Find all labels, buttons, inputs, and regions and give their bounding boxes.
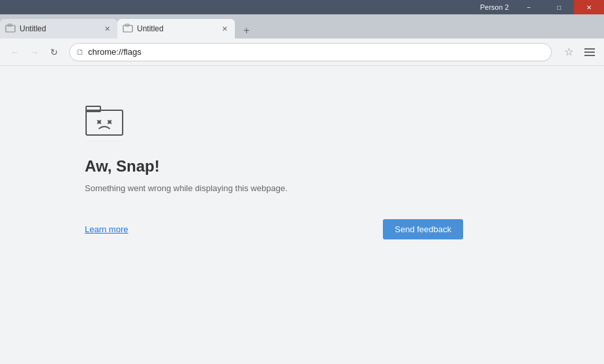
error-container: Aw, Snap! Something went wrong while dis…: [85, 105, 463, 239]
menu-button[interactable]: [581, 43, 599, 61]
tab-favicon-1: [5, 23, 16, 34]
address-input[interactable]: [88, 47, 545, 57]
svg-rect-4: [86, 110, 123, 135]
tab-1[interactable]: Untitled ✕: [0, 19, 117, 38]
navbar: ← → ↻ 🗋 ☆: [0, 38, 604, 66]
forward-button[interactable]: →: [25, 43, 44, 61]
sad-tab-icon: [85, 105, 124, 136]
tabbar: Untitled ✕ Untitled ✕ +: [0, 14, 604, 38]
error-description: Something went wrong while displaying th…: [85, 183, 463, 193]
bookmark-button[interactable]: ☆: [560, 43, 578, 61]
hamburger-icon: [582, 46, 597, 59]
learn-more-link[interactable]: Learn more: [85, 224, 128, 234]
maximize-button[interactable]: □: [544, 0, 574, 14]
close-button[interactable]: ✕: [574, 0, 604, 14]
tab-close-2[interactable]: ✕: [219, 23, 230, 34]
address-bar-container: 🗋: [69, 43, 552, 61]
titlebar: Person 2 − □ ✕: [0, 0, 604, 14]
tab-close-1[interactable]: ✕: [102, 23, 112, 34]
titlebar-controls: − □ ✕: [514, 0, 604, 14]
error-actions: Learn more Send feedback: [85, 219, 463, 239]
page-icon: 🗋: [76, 48, 84, 57]
page-content: Aw, Snap! Something went wrong while dis…: [0, 66, 604, 364]
back-button[interactable]: ←: [6, 43, 24, 61]
new-tab-button[interactable]: +: [237, 23, 256, 38]
tab-title-2: Untitled: [137, 24, 217, 33]
tab-2[interactable]: Untitled ✕: [117, 19, 235, 38]
tab-favicon-2: [123, 23, 133, 34]
titlebar-user: Person 2: [475, 0, 514, 14]
reload-button[interactable]: ↻: [45, 43, 63, 61]
send-feedback-button[interactable]: Send feedback: [383, 219, 463, 239]
tab-title-1: Untitled: [20, 24, 99, 33]
minimize-button[interactable]: −: [514, 0, 544, 14]
error-title: Aw, Snap!: [85, 157, 463, 175]
